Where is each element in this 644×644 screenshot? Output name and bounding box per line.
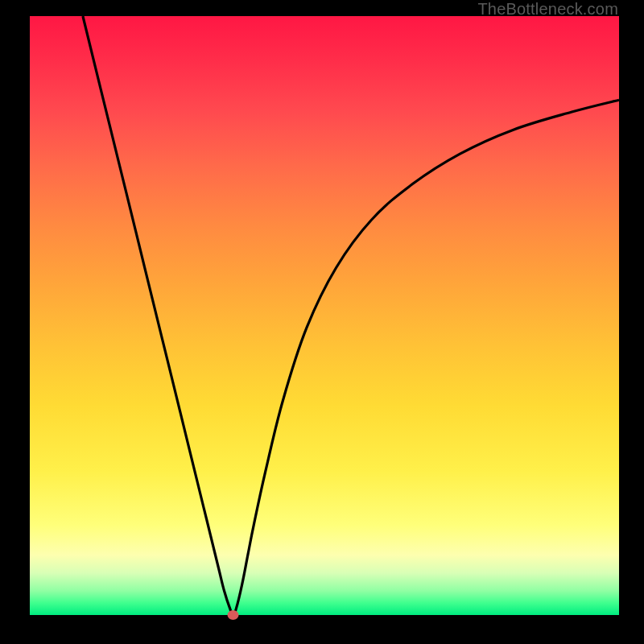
bottleneck-curve <box>83 16 619 615</box>
watermark-text: TheBottleneck.com <box>477 0 618 19</box>
chart-frame: TheBottleneck.com <box>0 0 644 644</box>
plot-area <box>30 16 619 615</box>
optimum-marker <box>228 610 239 620</box>
bottleneck-chart <box>30 16 619 615</box>
